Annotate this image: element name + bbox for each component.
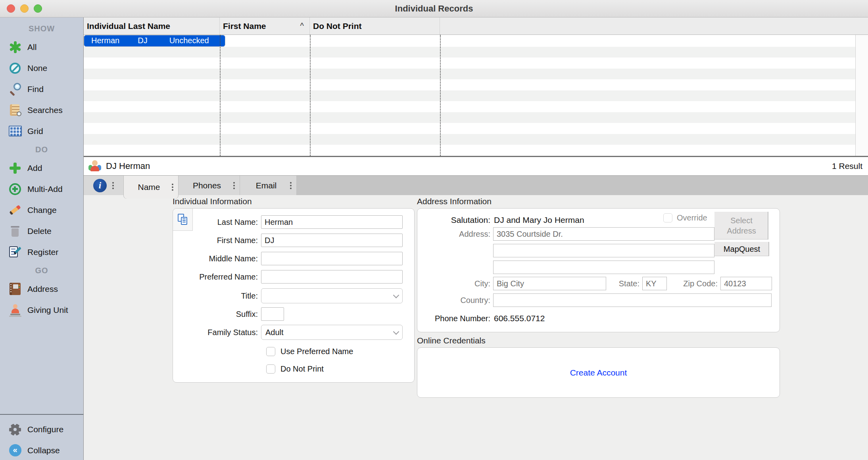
select-address-button[interactable]: Select Address	[714, 212, 768, 240]
sidebar-item-searches[interactable]: Searches	[0, 100, 83, 121]
gear-icon	[8, 422, 22, 437]
online-credentials-title: Online Credentials	[417, 336, 486, 345]
drag-dots-icon	[112, 185, 114, 186]
create-account-link[interactable]: Create Account	[570, 368, 627, 378]
last-name-label: Last Name:	[173, 218, 261, 227]
sidebar-item-address[interactable]: Address	[0, 278, 83, 299]
sidebar-item-label: Multi-Add	[27, 184, 63, 194]
table-row-empty	[84, 58, 855, 69]
asterisk-icon	[8, 40, 22, 54]
address-line-1-input[interactable]	[493, 227, 714, 241]
sidebar-item-all[interactable]: All	[0, 36, 83, 58]
family-status-select[interactable]: Adult	[261, 325, 403, 340]
trash-icon	[8, 224, 22, 238]
tab-email[interactable]: Email	[240, 176, 297, 195]
table-row-empty	[84, 90, 855, 102]
saved-searches-icon	[8, 103, 22, 117]
tab-phones[interactable]: Phones	[178, 176, 240, 195]
do-not-print-checkbox[interactable]	[266, 364, 275, 374]
sidebar-item-register[interactable]: Register	[0, 242, 83, 263]
record-bar: DJ Herman 1 Result	[84, 157, 868, 175]
window-title: Individual Records	[0, 4, 868, 14]
sidebar-item-collapse[interactable]: Collapse	[0, 440, 83, 460]
first-name-input[interactable]	[261, 234, 403, 247]
sidebar-item-label: Change	[27, 205, 57, 215]
column-divider	[310, 35, 311, 156]
record-name: DJ Herman	[106, 161, 150, 171]
table-row-empty	[84, 112, 855, 123]
family-status-value: Adult	[265, 328, 284, 337]
sidebar-item-label: All	[27, 42, 36, 52]
family-icon	[88, 160, 102, 172]
table-row-empty	[84, 69, 855, 80]
phone-number-value: 606.555.0712	[494, 314, 545, 323]
sidebar-item-add[interactable]: Add	[0, 157, 83, 178]
giving-unit-icon	[8, 303, 22, 317]
table-row-selected[interactable]: Herman DJ Unchecked	[84, 35, 225, 47]
sidebar-item-label: Find	[27, 84, 44, 94]
no-entry-icon	[8, 61, 22, 75]
sidebar-item-label: Collapse	[27, 446, 60, 455]
tab-name[interactable]: Name	[124, 176, 178, 199]
title-select[interactable]	[261, 288, 403, 303]
info-icon[interactable]: i	[93, 179, 107, 192]
mapquest-button[interactable]: MapQuest	[714, 242, 769, 256]
zip-code-label: Zip Code:	[667, 279, 718, 288]
override-label: Override	[677, 213, 707, 222]
info-tab-cell[interactable]: i	[84, 176, 124, 195]
address-line-2-input[interactable]	[493, 244, 714, 257]
address-information-panel: Salutation: DJ and Mary Jo Herman Overri…	[417, 208, 780, 332]
sidebar-item-none[interactable]: None	[0, 58, 83, 79]
drag-dots-icon	[233, 185, 235, 186]
chevron-down-icon	[393, 292, 399, 299]
chevron-down-icon	[393, 329, 399, 335]
sidebar-item-change[interactable]: Change	[0, 199, 83, 220]
salutation-value: DJ and Mary Jo Herman	[494, 215, 584, 225]
table-row-empty	[84, 47, 855, 58]
magnifier-icon	[8, 82, 22, 96]
sidebar-item-delete[interactable]: Delete	[0, 220, 83, 242]
preferred-name-label: Preferred Name:	[173, 272, 261, 282]
sidebar-item-find[interactable]: Find	[0, 79, 83, 100]
zip-code-input[interactable]	[720, 277, 772, 290]
titlebar: Individual Records	[0, 0, 868, 17]
register-icon	[8, 245, 22, 259]
tab-label: Email	[240, 181, 286, 190]
sidebar-item-label: Register	[27, 247, 58, 257]
address-information-title: Address Information	[417, 197, 492, 206]
column-header-do-not-print[interactable]: Do Not Print	[310, 17, 440, 34]
override-checkbox[interactable]	[663, 213, 672, 222]
sidebar-item-configure[interactable]: Configure	[0, 419, 83, 440]
last-name-input[interactable]	[261, 215, 403, 229]
grid-icon	[8, 124, 22, 138]
sidebar-item-multi-add[interactable]: Multi-Add	[0, 178, 83, 199]
sidebar-item-label: Address	[27, 284, 58, 294]
city-label: City:	[417, 279, 490, 288]
sidebar-item-grid[interactable]: Grid	[0, 121, 83, 142]
table-row-empty	[84, 101, 855, 112]
column-header-last-name[interactable]: Individual Last Name	[84, 17, 220, 34]
table-row-empty	[84, 134, 855, 145]
city-input[interactable]	[493, 277, 606, 290]
column-divider	[440, 35, 441, 156]
sidebar-item-giving-unit[interactable]: Giving Unit	[0, 299, 83, 320]
column-header-first-name[interactable]: First Name ^	[220, 17, 310, 34]
address-book-icon	[8, 282, 22, 296]
state-input[interactable]	[642, 277, 667, 290]
use-preferred-name-checkbox[interactable]	[266, 347, 275, 356]
result-count: 1 Result	[832, 161, 868, 171]
plus-icon	[8, 161, 22, 175]
do-not-print-label: Do Not Print	[280, 364, 324, 374]
middle-name-input[interactable]	[261, 252, 403, 265]
results-table: Individual Last Name First Name ^ Do Not…	[84, 17, 868, 157]
cell-last-name: Herman	[88, 36, 134, 45]
column-divider	[220, 35, 221, 156]
sidebar-item-label: Grid	[27, 126, 43, 136]
sidebar-item-label: Giving Unit	[27, 305, 68, 315]
vertical-scrollbar[interactable]	[855, 35, 868, 156]
sidebar-item-label: Searches	[27, 105, 63, 115]
address-line-3-input[interactable]	[493, 261, 714, 274]
country-input[interactable]	[493, 293, 772, 307]
suffix-input[interactable]	[261, 307, 284, 321]
preferred-name-input[interactable]	[261, 270, 403, 284]
